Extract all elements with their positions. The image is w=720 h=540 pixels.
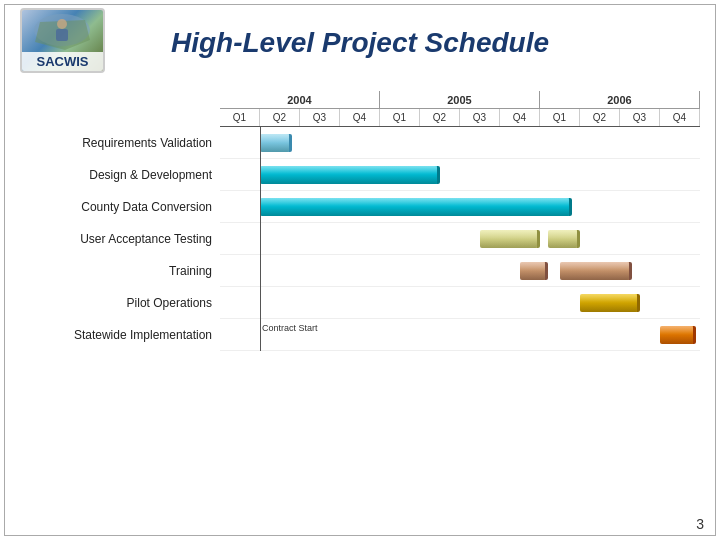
bar-training-1 <box>520 262 548 280</box>
grid-row-2 <box>220 191 700 223</box>
bar-uat <box>480 230 540 248</box>
logo-image: SACWIS <box>20 8 105 73</box>
year-2005: 2005 <box>380 91 540 108</box>
row-label-6: Statewide Implementation <box>20 319 220 351</box>
page-number: 3 <box>696 516 704 532</box>
bar-uat-2 <box>548 230 580 248</box>
contract-start-line <box>260 127 261 351</box>
q-2: Q3 <box>300 109 340 126</box>
q-6: Q3 <box>460 109 500 126</box>
grid-row-0 <box>220 127 700 159</box>
bar-design <box>260 166 440 184</box>
bar-requirements <box>260 134 292 152</box>
grid-row-4 <box>220 255 700 287</box>
grid-row-5 <box>220 287 700 319</box>
contract-start-label: Contract Start <box>262 323 318 333</box>
row-labels: Requirements Validation Design & Develop… <box>20 91 220 351</box>
row-label-1: Design & Development <box>20 159 220 191</box>
q-9: Q2 <box>580 109 620 126</box>
q-7: Q4 <box>500 109 540 126</box>
q-0: Q1 <box>220 109 260 126</box>
q-4: Q1 <box>380 109 420 126</box>
grid-rows: Contract Start <box>220 127 700 351</box>
grid-row-1 <box>220 159 700 191</box>
year-header: 2004 2005 2006 <box>220 91 700 109</box>
grid-row-6: Contract Start <box>220 319 700 351</box>
quarter-header: Q1 Q2 Q3 Q4 Q1 Q2 Q3 Q4 Q1 Q2 Q3 Q4 <box>220 109 700 127</box>
year-2004: 2004 <box>220 91 380 108</box>
chart-area: 2004 2005 2006 Q1 Q2 Q3 Q4 Q1 Q2 Q3 Q4 Q… <box>220 91 700 351</box>
page-title: High-Level Project Schedule <box>20 27 700 59</box>
row-label-2: County Data Conversion <box>20 191 220 223</box>
label-spacer <box>20 91 220 127</box>
year-2006: 2006 <box>540 91 700 108</box>
q-8: Q1 <box>540 109 580 126</box>
header: SACWIS High-Level Project Schedule <box>0 0 720 86</box>
svg-point-2 <box>57 19 67 29</box>
bar-pilot <box>580 294 640 312</box>
bar-county <box>260 198 572 216</box>
row-label-3: User Acceptance Testing <box>20 223 220 255</box>
row-label-5: Pilot Operations <box>20 287 220 319</box>
gantt-chart: Requirements Validation Design & Develop… <box>20 91 700 351</box>
svg-rect-3 <box>56 29 68 41</box>
q-3: Q4 <box>340 109 380 126</box>
q-1: Q2 <box>260 109 300 126</box>
row-label-4: Training <box>20 255 220 287</box>
row-label-0: Requirements Validation <box>20 127 220 159</box>
logo-label: SACWIS <box>22 52 103 71</box>
bar-training-2 <box>560 262 632 280</box>
main-content: Requirements Validation Design & Develop… <box>0 91 720 351</box>
q-10: Q3 <box>620 109 660 126</box>
grid-row-3 <box>220 223 700 255</box>
q-5: Q2 <box>420 109 460 126</box>
bar-statewide <box>660 326 696 344</box>
q-11: Q4 <box>660 109 700 126</box>
logo-area: SACWIS <box>20 8 110 78</box>
